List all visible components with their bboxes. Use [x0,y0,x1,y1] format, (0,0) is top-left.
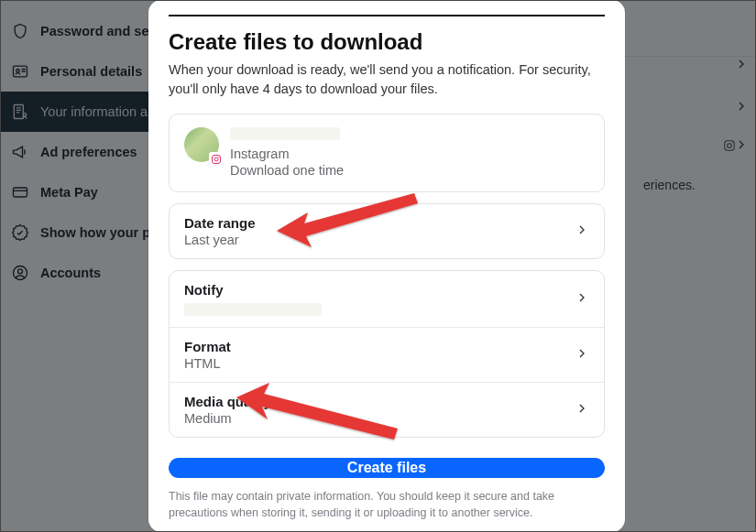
format-row[interactable]: Format HTML [170,327,604,382]
profile-frequency: Download one time [230,162,589,179]
modal-top-divider [169,15,605,16]
profile-platform: Instagram [230,146,589,162]
svg-point-12 [218,156,219,157]
media-quality-label: Media quality [184,394,271,409]
media-quality-value: Medium [184,411,271,426]
format-label: Format [184,339,231,354]
date-range-card[interactable]: Date range Last year [169,203,605,259]
notify-label: Notify [184,282,322,298]
profile-source-card: Instagram Download one time [169,114,605,192]
svg-point-11 [214,157,218,161]
notify-row[interactable]: Notify [170,271,604,327]
media-quality-row[interactable]: Media quality Medium [170,382,604,437]
chevron-right-icon [575,223,589,241]
chevron-right-icon [575,401,589,419]
options-card: Notify Format HTML Media quality Medium [169,270,605,438]
date-range-value: Last year [184,233,256,247]
instagram-badge-icon [209,152,223,166]
date-range-label: Date range [184,215,256,231]
modal-footer-note: This file may contain private informatio… [169,489,605,521]
format-value: HTML [184,356,231,371]
profile-avatar [184,127,219,162]
chevron-right-icon [575,290,589,309]
notify-value-redacted [184,303,322,316]
modal-subtitle: When your download is ready, we'll send … [169,60,605,99]
create-files-modal: Create files to download When your downl… [148,0,625,532]
modal-title: Create files to download [169,29,605,55]
chevron-right-icon [575,346,589,364]
profile-name-redacted [230,127,340,140]
create-files-button[interactable]: Create files [169,458,605,478]
